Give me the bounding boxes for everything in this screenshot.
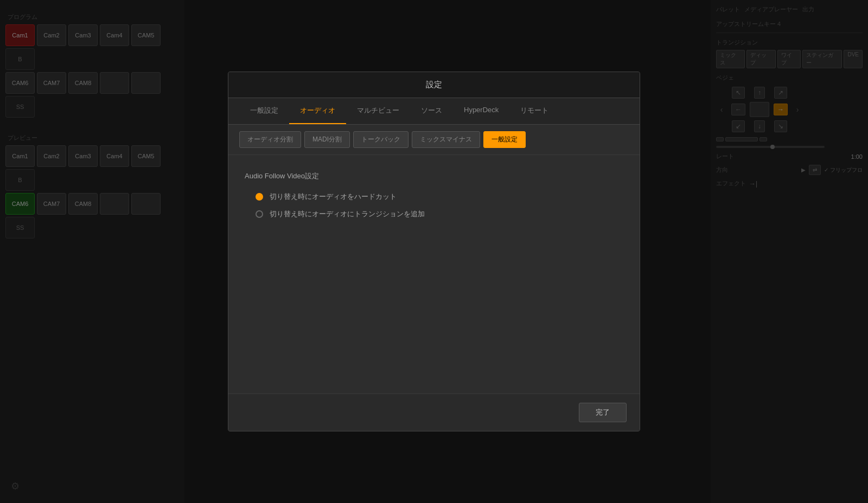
radio-label-2: 切り替え時にオーディオにトランジションを追加	[270, 209, 425, 219]
tab-remote[interactable]: リモート	[509, 98, 559, 124]
modal-body: Audio Follow Video設定 切り替え時にオーディオをハードカット …	[228, 155, 640, 394]
tab-audio[interactable]: オーディオ	[289, 98, 346, 124]
radio-option-1[interactable]: 切り替え時にオーディオをハードカット	[256, 192, 623, 202]
modal-overlay: 設定 一般設定 オーディオ マルチビュー ソース HyperDeck リモート	[0, 0, 868, 503]
settings-modal: 設定 一般設定 オーディオ マルチビュー ソース HyperDeck リモート	[228, 72, 640, 431]
radio-circle-1	[256, 193, 263, 201]
subtab-general-settings[interactable]: 一般設定	[483, 131, 526, 148]
subtab-mix-minus[interactable]: ミックスマイナス	[412, 131, 480, 148]
radio-circle-2	[256, 210, 263, 218]
modal-section-title: Audio Follow Video設定	[245, 171, 623, 181]
subtab-talkback[interactable]: トークバック	[353, 131, 409, 148]
modal-subtabs: オーディオ分割 MADI分割 トークバック ミックスマイナス 一般設定	[228, 125, 640, 155]
tab-general[interactable]: 一般設定	[239, 98, 289, 124]
subtab-audio-split[interactable]: オーディオ分割	[239, 131, 301, 148]
modal-title: 設定	[426, 80, 442, 89]
subtab-madi-split[interactable]: MADI分割	[304, 131, 350, 148]
radio-label-1: 切り替え時にオーディオをハードカット	[270, 192, 397, 202]
tab-multiview[interactable]: マルチビュー	[346, 98, 410, 124]
radio-group: 切り替え時にオーディオをハードカット 切り替え時にオーディオにトランジションを追…	[256, 192, 623, 219]
modal-header: 設定	[228, 72, 640, 98]
tab-source[interactable]: ソース	[410, 98, 453, 124]
radio-option-2[interactable]: 切り替え時にオーディオにトランジションを追加	[256, 209, 623, 219]
done-button[interactable]: 完了	[579, 403, 627, 422]
tab-hyperdeck[interactable]: HyperDeck	[453, 98, 509, 124]
modal-tabs: 一般設定 オーディオ マルチビュー ソース HyperDeck リモート	[228, 98, 640, 125]
modal-footer: 完了	[228, 394, 640, 431]
